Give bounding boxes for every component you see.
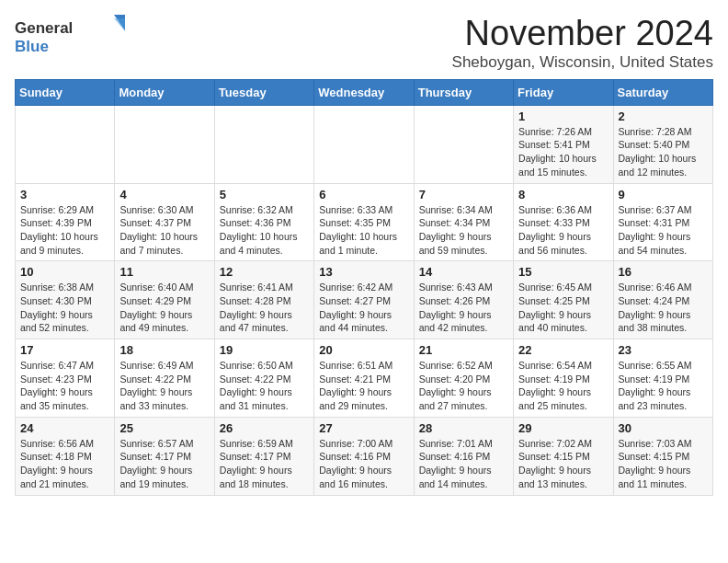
day-number: 6	[319, 188, 408, 201]
weekday-header-sunday: Sunday	[16, 79, 115, 105]
day-cell: 20Sunrise: 6:51 AM Sunset: 4:21 PM Dayli…	[314, 339, 414, 418]
day-info: Sunrise: 6:52 AM Sunset: 4:20 PM Dayligh…	[419, 359, 508, 413]
day-cell	[16, 105, 115, 183]
day-number: 3	[20, 188, 109, 201]
svg-marker-3	[114, 18, 125, 31]
day-number: 9	[619, 188, 708, 201]
weekday-header-thursday: Thursday	[414, 79, 513, 105]
day-number: 1	[518, 109, 608, 123]
day-cell	[115, 105, 214, 183]
weekday-header-tuesday: Tuesday	[214, 79, 313, 105]
day-cell: 28Sunrise: 7:01 AM Sunset: 4:16 PM Dayli…	[414, 417, 513, 495]
weekday-header-row: SundayMondayTuesdayWednesdayThursdayFrid…	[16, 79, 713, 105]
day-info: Sunrise: 7:02 AM Sunset: 4:15 PM Dayligh…	[518, 437, 608, 491]
day-number: 15	[518, 265, 608, 279]
day-number: 10	[20, 265, 109, 279]
day-number: 5	[220, 188, 309, 201]
day-info: Sunrise: 6:57 AM Sunset: 4:17 PM Dayligh…	[119, 437, 209, 491]
svg-text:General: General	[15, 19, 73, 37]
day-info: Sunrise: 6:30 AM Sunset: 4:37 PM Dayligh…	[119, 203, 209, 258]
day-number: 22	[518, 343, 608, 357]
day-number: 29	[518, 421, 608, 435]
day-number: 28	[419, 421, 508, 435]
logo: General Blue	[15, 15, 125, 55]
day-number: 16	[619, 265, 708, 279]
day-cell: 27Sunrise: 7:00 AM Sunset: 4:16 PM Dayli…	[314, 417, 414, 495]
day-number: 25	[119, 421, 209, 435]
weekday-header-wednesday: Wednesday	[314, 79, 414, 105]
day-info: Sunrise: 6:41 AM Sunset: 4:28 PM Dayligh…	[220, 281, 309, 335]
day-cell	[214, 105, 313, 183]
location: Sheboygan, Wisconsin, United States	[452, 53, 713, 72]
day-info: Sunrise: 6:51 AM Sunset: 4:21 PM Dayligh…	[319, 359, 408, 413]
day-info: Sunrise: 6:59 AM Sunset: 4:17 PM Dayligh…	[220, 437, 309, 491]
day-number: 19	[220, 343, 309, 357]
week-row-1: 1Sunrise: 7:26 AM Sunset: 5:41 PM Daylig…	[16, 105, 713, 183]
day-cell: 13Sunrise: 6:42 AM Sunset: 4:27 PM Dayli…	[314, 261, 414, 339]
day-cell: 23Sunrise: 6:55 AM Sunset: 4:19 PM Dayli…	[613, 339, 712, 418]
day-number: 2	[619, 109, 708, 123]
week-row-2: 3Sunrise: 6:29 AM Sunset: 4:39 PM Daylig…	[16, 183, 713, 261]
day-cell: 1Sunrise: 7:26 AM Sunset: 5:41 PM Daylig…	[514, 105, 613, 183]
day-number: 21	[419, 343, 508, 357]
day-info: Sunrise: 6:29 AM Sunset: 4:39 PM Dayligh…	[20, 203, 109, 258]
day-number: 30	[619, 421, 708, 435]
day-number: 8	[518, 188, 608, 201]
day-cell: 25Sunrise: 6:57 AM Sunset: 4:17 PM Dayli…	[115, 417, 214, 495]
day-cell: 30Sunrise: 7:03 AM Sunset: 4:15 PM Dayli…	[613, 417, 712, 495]
day-info: Sunrise: 7:28 AM Sunset: 5:40 PM Dayligh…	[619, 125, 708, 179]
day-cell: 17Sunrise: 6:47 AM Sunset: 4:23 PM Dayli…	[16, 339, 115, 418]
day-cell: 2Sunrise: 7:28 AM Sunset: 5:40 PM Daylig…	[613, 105, 712, 183]
day-number: 23	[619, 343, 708, 357]
day-info: Sunrise: 6:54 AM Sunset: 4:19 PM Dayligh…	[518, 359, 608, 413]
day-info: Sunrise: 6:45 AM Sunset: 4:25 PM Dayligh…	[518, 281, 608, 335]
day-cell: 19Sunrise: 6:50 AM Sunset: 4:22 PM Dayli…	[214, 339, 313, 418]
day-info: Sunrise: 6:42 AM Sunset: 4:27 PM Dayligh…	[319, 281, 408, 335]
day-number: 12	[220, 265, 309, 279]
day-cell: 12Sunrise: 6:41 AM Sunset: 4:28 PM Dayli…	[214, 261, 313, 339]
week-row-5: 24Sunrise: 6:56 AM Sunset: 4:18 PM Dayli…	[16, 417, 713, 495]
day-cell	[414, 105, 513, 183]
day-number: 27	[319, 421, 408, 435]
day-cell: 21Sunrise: 6:52 AM Sunset: 4:20 PM Dayli…	[414, 339, 513, 418]
day-cell: 26Sunrise: 6:59 AM Sunset: 4:17 PM Dayli…	[214, 417, 313, 495]
day-cell: 3Sunrise: 6:29 AM Sunset: 4:39 PM Daylig…	[16, 183, 115, 261]
day-info: Sunrise: 6:32 AM Sunset: 4:36 PM Dayligh…	[220, 203, 309, 258]
day-info: Sunrise: 6:43 AM Sunset: 4:26 PM Dayligh…	[419, 281, 508, 335]
day-number: 11	[119, 265, 209, 279]
day-info: Sunrise: 7:26 AM Sunset: 5:41 PM Dayligh…	[518, 125, 608, 179]
title-area: November 2024 Sheboygan, Wisconsin, Unit…	[452, 15, 713, 72]
week-row-4: 17Sunrise: 6:47 AM Sunset: 4:23 PM Dayli…	[16, 339, 713, 418]
day-info: Sunrise: 6:56 AM Sunset: 4:18 PM Dayligh…	[20, 437, 109, 491]
day-cell: 24Sunrise: 6:56 AM Sunset: 4:18 PM Dayli…	[16, 417, 115, 495]
day-cell	[314, 105, 414, 183]
day-info: Sunrise: 7:03 AM Sunset: 4:15 PM Dayligh…	[619, 437, 708, 491]
day-info: Sunrise: 6:46 AM Sunset: 4:24 PM Dayligh…	[619, 281, 708, 335]
day-info: Sunrise: 6:38 AM Sunset: 4:30 PM Dayligh…	[20, 281, 109, 335]
day-cell: 8Sunrise: 6:36 AM Sunset: 4:33 PM Daylig…	[514, 183, 613, 261]
weekday-header-saturday: Saturday	[613, 79, 712, 105]
day-number: 20	[319, 343, 408, 357]
day-info: Sunrise: 6:34 AM Sunset: 4:34 PM Dayligh…	[419, 203, 508, 258]
day-cell: 4Sunrise: 6:30 AM Sunset: 4:37 PM Daylig…	[115, 183, 214, 261]
svg-text:Blue: Blue	[15, 38, 49, 55]
day-number: 4	[119, 188, 209, 201]
day-info: Sunrise: 6:49 AM Sunset: 4:22 PM Dayligh…	[119, 359, 209, 413]
week-row-3: 10Sunrise: 6:38 AM Sunset: 4:30 PM Dayli…	[16, 261, 713, 339]
day-info: Sunrise: 6:55 AM Sunset: 4:19 PM Dayligh…	[619, 359, 708, 413]
day-cell: 7Sunrise: 6:34 AM Sunset: 4:34 PM Daylig…	[414, 183, 513, 261]
header: General Blue November 2024 Sheboygan, Wi…	[15, 15, 713, 72]
day-info: Sunrise: 7:01 AM Sunset: 4:16 PM Dayligh…	[419, 437, 508, 491]
day-info: Sunrise: 6:40 AM Sunset: 4:29 PM Dayligh…	[119, 281, 209, 335]
day-number: 26	[220, 421, 309, 435]
day-info: Sunrise: 7:00 AM Sunset: 4:16 PM Dayligh…	[319, 437, 408, 491]
day-cell: 10Sunrise: 6:38 AM Sunset: 4:30 PM Dayli…	[16, 261, 115, 339]
weekday-header-friday: Friday	[514, 79, 613, 105]
day-number: 7	[419, 188, 508, 201]
day-info: Sunrise: 6:36 AM Sunset: 4:33 PM Dayligh…	[518, 203, 608, 258]
day-info: Sunrise: 6:50 AM Sunset: 4:22 PM Dayligh…	[220, 359, 309, 413]
day-cell: 6Sunrise: 6:33 AM Sunset: 4:35 PM Daylig…	[314, 183, 414, 261]
month-title: November 2024	[452, 15, 713, 53]
weekday-header-monday: Monday	[115, 79, 214, 105]
day-number: 24	[20, 421, 109, 435]
